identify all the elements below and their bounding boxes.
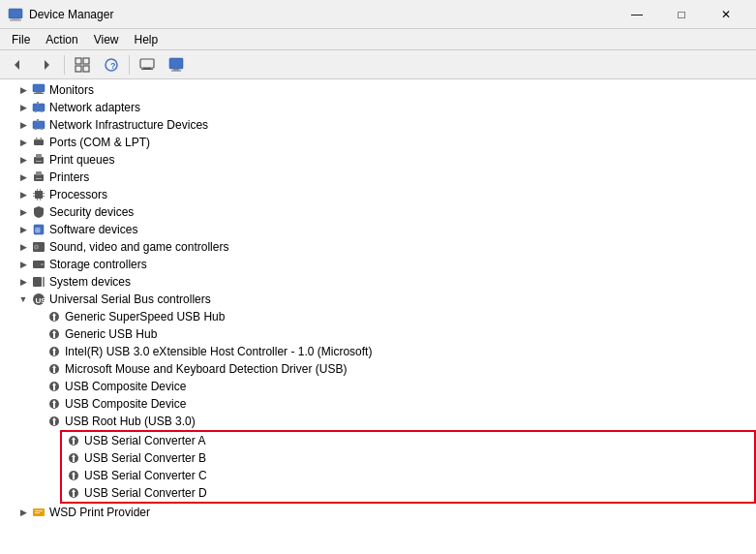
system-icon [31,274,46,290]
tree-item-network-infra[interactable]: ▶ Network Infrastructure Devices [0,116,756,134]
menu-view[interactable]: View [86,29,127,50]
tree-item-usb-intel[interactable]: ▶ Intel(R) USB 3.0 eXtensible Host Contr… [0,343,756,360]
minimize-button[interactable]: — [615,0,659,29]
wsd-label: WSD Print Provider [49,506,150,519]
toolbar-back[interactable] [4,53,31,77]
toolbar-view[interactable] [69,53,96,77]
tree-arrow-print-queues[interactable]: ▶ [15,152,31,168]
usb-generic-label: Generic USB Hub [65,327,157,341]
usb-superspeed-label: Generic SuperSpeed USB Hub [65,310,225,323]
device-tree[interactable]: ▶ Monitors ▶ Network adapters ▶ Network … [0,79,756,554]
tree-arrow-sound[interactable]: ▶ [15,239,31,255]
svg-rect-17 [33,84,45,92]
svg-rect-69 [35,510,43,511]
processors-label: Processors [49,188,107,201]
usb-serial-a-icon [66,433,81,448]
svg-rect-53 [33,277,42,287]
tree-item-print-queues[interactable]: ▶ Print queues [0,151,756,169]
svg-rect-45 [40,199,41,200]
tree-item-security[interactable]: ▶ Security devices [0,203,756,221]
svg-rect-34 [34,174,44,181]
usb-serial-a-label: USB Serial Converter A [84,434,205,447]
printers-label: Printers [49,170,89,184]
ports-icon [31,135,46,150]
svg-rect-39 [33,196,35,197]
usb-serial-c-icon [66,468,81,483]
svg-rect-32 [36,154,42,158]
tree-item-system[interactable]: ▶ System devices [0,273,756,291]
tree-item-software[interactable]: ▶ ⊞ Software devices [0,221,756,238]
tree-item-network-adapters[interactable]: ▶ Network adapters [0,99,756,116]
menu-action[interactable]: Action [38,29,85,50]
sound-label: Sound, video and game controllers [49,240,228,254]
tree-arrow-security[interactable]: ▶ [15,204,31,220]
tree-item-ports[interactable]: ▶ Ports (COM & LPT) [0,134,756,151]
tree-item-usb[interactable]: ▼ USB Universal Serial Bus controllers [0,291,756,308]
toolbar-refresh[interactable] [134,53,161,77]
tree-arrow-network-adapters[interactable]: ▶ [15,100,31,115]
usb-superspeed-icon [46,309,62,324]
tree-arrow-usb[interactable]: ▼ [15,292,31,307]
tree-item-storage[interactable]: ▶ Storage controllers [0,256,756,273]
svg-rect-25 [37,119,39,122]
wsd-icon [31,505,46,520]
toolbar-forward[interactable] [33,53,60,77]
menu-bar: File Action View Help [0,29,756,50]
usb-generic-icon [46,326,62,342]
tree-arrow-monitors[interactable]: ▶ [15,82,31,98]
toolbar-properties[interactable]: ? [98,53,125,77]
tree-arrow-wsd[interactable]: ▶ [15,505,31,520]
usb-composite2-icon [46,396,62,412]
window-controls: — □ ✕ [615,0,748,29]
tree-item-usb-composite1[interactable]: ▶ USB Composite Device [0,378,756,395]
toolbar-computer[interactable] [163,53,190,77]
print-queues-label: Print queues [49,153,114,167]
tree-item-wsd[interactable]: ▶ WSD Print Provider [0,504,756,521]
usb-serial-b-label: USB Serial Converter B [84,451,206,465]
tree-item-usb-serial-b[interactable]: USB Serial Converter B [62,449,754,467]
tree-arrow-storage[interactable]: ▶ [15,257,31,272]
network-infra-icon [31,117,46,133]
tree-arrow-network-infra[interactable]: ▶ [15,117,31,133]
tree-item-usb-serial-c[interactable]: USB Serial Converter C [62,467,754,484]
network-infra-label: Network Infrastructure Devices [49,118,208,132]
tree-item-usb-serial-d[interactable]: USB Serial Converter D [62,484,754,502]
tree-arrow-printers[interactable]: ▶ [15,169,31,185]
menu-file[interactable]: File [4,29,38,50]
tree-item-usb-mouse[interactable]: ▶ Microsoft Mouse and Keyboard Detection… [0,360,756,378]
usb-mouse-label: Microsoft Mouse and Keyboard Detection D… [65,362,347,376]
svg-rect-35 [36,171,42,175]
tree-item-usb-superspeed[interactable]: ▶ Generic SuperSpeed USB Hub [0,308,756,325]
toolbar: ? [0,50,756,79]
usb-mouse-icon [46,361,62,377]
svg-rect-14 [169,58,183,69]
tree-arrow-software[interactable]: ▶ [15,222,31,237]
tree-item-usb-serial-a[interactable]: USB Serial Converter A [62,432,754,449]
tree-item-usb-generic[interactable]: ▶ Generic USB Hub [0,325,756,343]
main-area: ▶ Monitors ▶ Network adapters ▶ Network … [0,79,756,554]
maximize-button[interactable]: □ [659,0,704,29]
tree-item-processors[interactable]: ▶ Processors [0,186,756,203]
tree-item-printers[interactable]: ▶ Printers [0,169,756,186]
menu-help[interactable]: Help [127,29,166,50]
svg-rect-28 [34,139,44,145]
svg-rect-52 [41,263,44,265]
svg-rect-18 [36,92,42,93]
svg-rect-15 [173,69,179,71]
tree-item-usb-composite2[interactable]: ▶ USB Composite Device [0,395,756,413]
close-button[interactable]: ✕ [704,0,748,29]
svg-rect-40 [43,193,45,194]
tree-arrow-system[interactable]: ▶ [15,274,31,290]
svg-rect-6 [83,58,89,64]
tree-item-sound[interactable]: ▶ Sound, video and game controllers [0,238,756,256]
svg-rect-11 [140,59,154,68]
tree-item-usb-root[interactable]: ▶ USB Root Hub (USB 3.0) [0,413,756,430]
svg-rect-12 [143,68,151,69]
usb-serial-d-icon [66,485,81,501]
tree-arrow-processors[interactable]: ▶ [15,187,31,202]
svg-rect-44 [37,199,38,200]
svg-rect-1 [12,18,19,20]
system-label: System devices [49,275,131,289]
tree-item-monitors[interactable]: ▶ Monitors [0,81,756,99]
tree-arrow-ports[interactable]: ▶ [15,135,31,150]
